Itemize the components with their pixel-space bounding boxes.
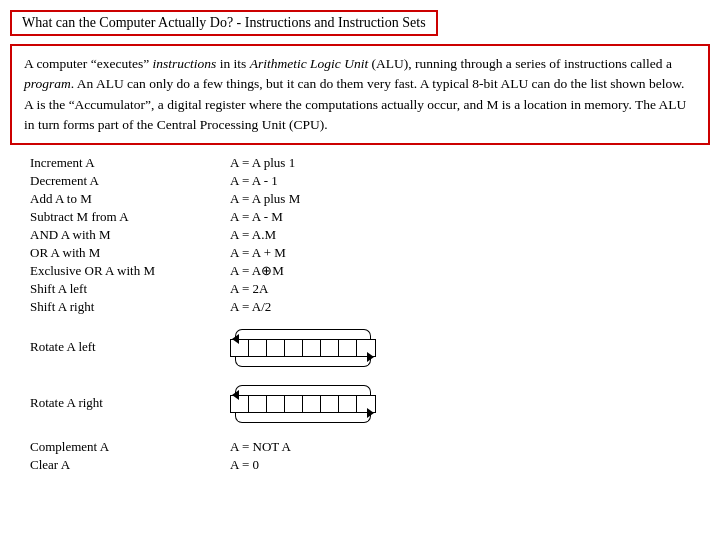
title-text: What can the Computer Actually Do? - Ins…: [22, 15, 426, 30]
instr-right-complement: A = NOT A: [230, 439, 690, 455]
instr-left-clear: Clear A: [30, 457, 230, 473]
instr-right-rotate-left: [230, 327, 690, 367]
instr-left: Exclusive OR A with M: [30, 263, 230, 279]
cell-3: [267, 340, 285, 356]
instructions-table: Increment A A = A plus 1 Decrement A A =…: [30, 155, 690, 475]
rotate-right-arrowhead-left: [232, 390, 239, 400]
cell-6: [321, 340, 339, 356]
intro-italic2: Arithmetic Logic Unit: [250, 56, 369, 71]
instr-left: Add A to M: [30, 191, 230, 207]
instr-right-rotate-right: [230, 383, 690, 423]
instr-right: A = A - 1: [230, 173, 690, 189]
instr-row-xor: Exclusive OR A with M A = A⊕M: [30, 263, 690, 279]
r2-cell-2: [249, 396, 267, 412]
intro-text4: . An ALU can only do a few things, but i…: [24, 76, 686, 132]
rotate-right-register: [230, 395, 376, 413]
instr-row-and: AND A with M A = A.M: [30, 227, 690, 243]
intro-italic3: program: [24, 76, 71, 91]
instr-left: Decrement A: [30, 173, 230, 189]
rotate-right-arrowhead-right: [367, 408, 374, 418]
cell-7: [339, 340, 357, 356]
instr-left-rotate-right: Rotate A right: [30, 395, 230, 411]
instr-right: A = A/2: [230, 299, 690, 315]
separator-3: [30, 429, 690, 437]
rotate-left-diagram: [230, 329, 376, 367]
instr-left: AND A with M: [30, 227, 230, 243]
rotate-right-bottom-arc: [235, 413, 371, 423]
instr-row-complement: Complement A A = NOT A: [30, 439, 690, 455]
r2-cell-7: [339, 396, 357, 412]
content-area: Increment A A = A plus 1 Decrement A A =…: [10, 155, 710, 475]
intro-box: A computer “executes” instructions in it…: [10, 44, 710, 145]
cell-5: [303, 340, 321, 356]
rotate-top-arc: [235, 329, 371, 339]
instr-left-complement: Complement A: [30, 439, 230, 455]
instr-row-clear: Clear A A = 0: [30, 457, 690, 473]
register-row-2: [230, 395, 376, 413]
rotate-left-arrowhead-right: [367, 352, 374, 362]
intro-text1: A computer “executes”: [24, 56, 153, 71]
separator-2: [30, 373, 690, 381]
cell-4: [285, 340, 303, 356]
instr-right: A = A⊕M: [230, 263, 690, 279]
separator-1: [30, 317, 690, 325]
instr-row-subtract: Subtract M from A A = A - M: [30, 209, 690, 225]
r2-cell-6: [321, 396, 339, 412]
cell-2: [249, 340, 267, 356]
title-box: What can the Computer Actually Do? - Ins…: [10, 10, 438, 36]
instr-right: A = A - M: [230, 209, 690, 225]
intro-italic1: instructions: [153, 56, 217, 71]
r2-cell-5: [303, 396, 321, 412]
instr-row-rotate-right: Rotate A right: [30, 383, 690, 423]
rotate-right-top-arc: [235, 385, 371, 395]
instr-right: A = A + M: [230, 245, 690, 261]
rotate-left-arrowhead-left: [232, 334, 239, 344]
instr-row-rotate-left: Rotate A left: [30, 327, 690, 367]
instr-row-shift-left: Shift A left A = 2A: [30, 281, 690, 297]
instr-right-clear: A = 0: [230, 457, 690, 473]
register-row: [230, 339, 376, 357]
instr-row-shift-right: Shift A right A = A/2: [30, 299, 690, 315]
instr-right: A = A plus M: [230, 191, 690, 207]
instr-right: A = 2A: [230, 281, 690, 297]
instr-left: Subtract M from A: [30, 209, 230, 225]
instr-left: Shift A right: [30, 299, 230, 315]
instr-row-increment: Increment A A = A plus 1: [30, 155, 690, 171]
instr-left: OR A with M: [30, 245, 230, 261]
instr-left-rotate-left: Rotate A left: [30, 339, 230, 355]
instr-right: A = A plus 1: [230, 155, 690, 171]
instr-left: Shift A left: [30, 281, 230, 297]
instr-row-add: Add A to M A = A plus M: [30, 191, 690, 207]
r2-cell-4: [285, 396, 303, 412]
intro-text3: (ALU), running through a series of instr…: [368, 56, 672, 71]
intro-text2: in its: [216, 56, 249, 71]
rotate-bottom-arc: [235, 357, 371, 367]
instr-row-decrement: Decrement A A = A - 1: [30, 173, 690, 189]
rotate-right-diagram: [230, 385, 376, 423]
instr-left: Increment A: [30, 155, 230, 171]
instr-right: A = A.M: [230, 227, 690, 243]
r2-cell-3: [267, 396, 285, 412]
rotate-register: [230, 339, 376, 357]
instr-row-or: OR A with M A = A + M: [30, 245, 690, 261]
